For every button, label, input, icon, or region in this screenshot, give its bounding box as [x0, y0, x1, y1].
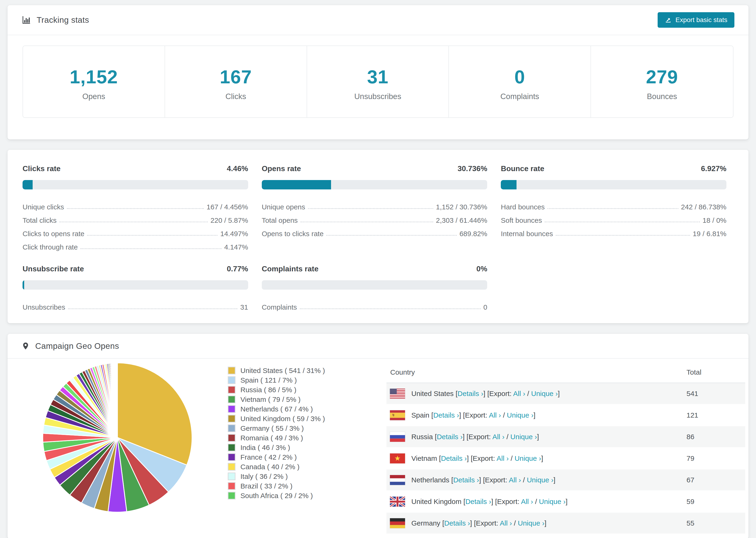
rate-row-value: 242 / 86.738% [681, 203, 727, 211]
rate-row-label: Opens to clicks rate [262, 230, 324, 238]
legend-item-united-kingdom: United Kingdom ( 59 / 3% ) [228, 414, 325, 423]
rate-row-label: Click through rate [23, 243, 78, 251]
details-link-russia[interactable]: Details › [437, 433, 462, 441]
geo-table-row-united-kingdom: United Kingdom [Details ›] [Export: All … [387, 491, 745, 512]
legend-item-france: France ( 42 / 2% ) [228, 452, 325, 462]
geo-table-row-spain: Spain [Details ›] [Export: All › / Uniqu… [387, 405, 745, 426]
rate-rows: Unique opens1,152 / 30.736%Total opens2,… [262, 197, 487, 238]
summary-label-unsubscribes: Unsubscribes [309, 92, 446, 101]
rate-row-label: Total opens [262, 216, 298, 224]
dotted-leader [556, 235, 690, 236]
dotted-leader [545, 222, 700, 222]
legend-label: Italy ( 36 / 2% ) [241, 472, 288, 480]
flag-de-icon [390, 518, 405, 528]
dotted-leader [87, 235, 217, 236]
total-cell-russia: 86 [686, 433, 745, 441]
rate-row-internal-bounces: Internal bounces19 / 6.81% [501, 224, 727, 238]
flag-gb-icon [390, 497, 405, 507]
export-basic-stats-button[interactable]: Export basic stats [658, 12, 734, 28]
country-column-header: Country [387, 368, 686, 376]
summary-label-bounces: Bounces [593, 92, 730, 101]
legend-label: Netherlands ( 67 / 4% ) [241, 405, 313, 413]
flag-nl-icon [390, 475, 405, 485]
details-link-vietnam[interactable]: Details › [441, 455, 467, 462]
rate-value: 30.736% [458, 164, 487, 173]
country-cell-netherlands: Netherlands [Details ›] [Export: All › /… [411, 476, 686, 484]
legend-swatch [228, 463, 236, 471]
export-unique-link-united-kingdom[interactable]: Unique › [539, 498, 566, 506]
rate-row-complaints: Complaints0 [262, 297, 487, 311]
rate-row-label: Unique clicks [23, 203, 64, 211]
summary-box-bounces: 279Bounces [591, 46, 733, 117]
legend-item-india: India ( 46 / 3% ) [228, 443, 325, 452]
rate-row-label: Hard bounces [501, 203, 545, 211]
details-link-netherlands[interactable]: Details › [453, 476, 479, 484]
legend-item-italy: Italy ( 36 / 2% ) [228, 471, 325, 481]
legend-item-canada: Canada ( 40 / 2% ) [228, 462, 325, 471]
legend-label: Spain ( 121 / 7% ) [241, 376, 297, 384]
export-all-link-united-kingdom[interactable]: All › [521, 498, 533, 506]
rate-row-unsubscribes: Unsubscribes31 [23, 297, 248, 311]
geo-table: Country Total United States [Details ›] … [387, 362, 745, 534]
rate-row-value: 2,303 / 61.446% [436, 216, 487, 224]
map-marker-icon [22, 341, 29, 351]
rate-row-value: 1,152 / 30.736% [436, 203, 487, 211]
tracking-stats-card: Tracking stats Export basic stats 1,152O… [8, 5, 748, 139]
rate-row-label: Internal bounces [501, 230, 553, 238]
export-all-link-spain[interactable]: All › [489, 411, 501, 419]
page: Tracking stats Export basic stats 1,152O… [0, 5, 756, 538]
tracking-stats-title: Tracking stats [37, 15, 89, 25]
export-unique-link-russia[interactable]: Unique › [511, 433, 537, 441]
geo-pie-chart [40, 360, 195, 515]
legend-item-spain: Spain ( 121 / 7% ) [228, 375, 325, 385]
dotted-leader [308, 208, 433, 209]
summary-box-clicks: 167Clicks [165, 46, 307, 117]
export-all-link-united-states[interactable]: All › [513, 390, 525, 398]
progress-bar-opens-rate [262, 180, 487, 189]
dotted-leader [59, 222, 207, 222]
rate-block-complaints-rate: Complaints rate0%Complaints0 [262, 265, 487, 311]
rate-title-row-bounce-rate: Bounce rate6.927% [501, 164, 727, 173]
rate-block-clicks-rate: Clicks rate4.46%Unique clicks167 / 4.456… [23, 164, 248, 251]
rate-title-row-complaints-rate: Complaints rate0% [262, 265, 487, 273]
rate-row-hard-bounces: Hard bounces242 / 86.738% [501, 197, 727, 211]
export-button-label: Export basic stats [675, 16, 728, 24]
details-link-united-kingdom[interactable]: Details › [465, 498, 491, 506]
flag-ru-icon [390, 432, 405, 442]
progress-bar-fill [262, 180, 331, 189]
rate-title-row-unsubscribe-rate: Unsubscribe rate0.77% [23, 265, 248, 273]
progress-bar-fill [23, 280, 24, 290]
rate-row-label: Complaints [262, 303, 297, 311]
export-unique-link-united-states[interactable]: Unique › [531, 390, 558, 398]
rate-rows: Hard bounces242 / 86.738%Soft bounces18 … [501, 197, 727, 238]
dotted-leader [300, 308, 481, 309]
legend-label: Russia ( 86 / 5% ) [241, 386, 296, 394]
export-unique-link-spain[interactable]: Unique › [507, 411, 533, 419]
export-all-link-netherlands[interactable]: All › [509, 476, 521, 484]
legend-swatch [228, 482, 236, 490]
geo-table-row-russia: Russia [Details ›] [Export: All › / Uniq… [387, 426, 745, 448]
flag-vn-icon [390, 453, 405, 463]
export-all-link-germany[interactable]: All › [500, 519, 512, 527]
summary-value-bounces: 279 [593, 66, 730, 88]
rate-row-click-through-rate: Click through rate4.147% [23, 238, 248, 251]
export-all-link-russia[interactable]: All › [492, 433, 505, 441]
details-link-germany[interactable]: Details › [444, 519, 470, 527]
total-column-header: Total [686, 368, 745, 376]
details-link-united-states[interactable]: Details › [458, 390, 483, 398]
rate-row-value: 31 [240, 303, 248, 311]
legend-swatch [228, 453, 236, 461]
country-cell-united-states: United States [Details ›] [Export: All ›… [411, 390, 686, 398]
progress-bar-bounce-rate [501, 180, 727, 189]
rates-row-1: Clicks rate4.46%Unique clicks167 / 4.456… [23, 164, 727, 251]
export-unique-link-germany[interactable]: Unique › [518, 519, 544, 527]
legend-swatch [228, 367, 236, 374]
export-unique-link-netherlands[interactable]: Unique › [527, 476, 553, 484]
rate-rows: Unique clicks167 / 4.456%Total clicks220… [23, 197, 248, 251]
export-unique-link-vietnam[interactable]: Unique › [514, 455, 541, 462]
rate-row-value: 167 / 4.456% [207, 203, 248, 211]
export-all-link-vietnam[interactable]: All › [497, 455, 509, 462]
details-link-spain[interactable]: Details › [433, 411, 459, 419]
summary-label-opens: Opens [26, 92, 162, 101]
legend-item-united-states: United States ( 541 / 31% ) [228, 366, 325, 375]
